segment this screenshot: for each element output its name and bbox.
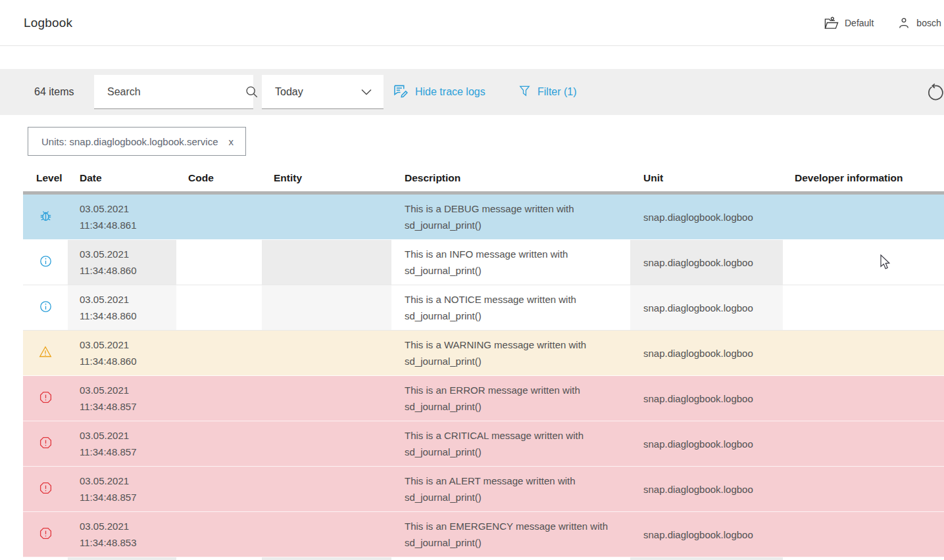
error-octagon-icon: [39, 481, 53, 498]
cell-unit: snap.diaglogbook.logboo: [630, 467, 783, 511]
cell-entity: [262, 285, 391, 330]
search-box: [94, 75, 253, 109]
time-range-value: Today: [275, 86, 303, 98]
error-octagon-icon: [39, 526, 53, 543]
cell-date: 03.05.2021 11:34:48.861: [68, 195, 176, 239]
header-actions: Default bosch: [824, 0, 941, 45]
cell-date: 03.05.2021 11:34:48.860: [68, 331, 176, 375]
table-header-row: Level Date Code Entity Description Unit …: [23, 164, 944, 191]
cell-entity: [262, 376, 391, 421]
cell-date: 03.05.2021 11:34:48.853: [68, 512, 176, 557]
profile-label: Default: [845, 18, 874, 28]
col-header-developer-information[interactable]: Developer information: [783, 172, 944, 184]
cell-code: [176, 376, 262, 421]
cell-developer-information: [783, 240, 944, 285]
table-row-info[interactable]: 03.05.2021 11:34:48.860 This is an INFO …: [23, 240, 944, 285]
col-header-code[interactable]: Code: [176, 172, 262, 184]
table-row-error[interactable]: 03.05.2021 11:34:48.857 This is an ERROR…: [23, 376, 944, 421]
table-row-partial[interactable]: [23, 557, 944, 560]
hide-trace-logs-label: Hide trace logs: [415, 86, 485, 98]
table-row-notice[interactable]: 03.05.2021 11:34:48.860 This is a NOTICE…: [23, 285, 944, 331]
cell-date: 03.05.2021 11:34:48.857: [68, 376, 176, 421]
cell-unit: snap.diaglogbook.logboo: [630, 195, 783, 239]
cell-entity: [262, 512, 391, 557]
debug-bug-icon: [39, 209, 53, 225]
refresh-icon[interactable]: [926, 83, 944, 102]
search-input[interactable]: [106, 85, 245, 99]
table-row-emergency[interactable]: 03.05.2021 11:34:48.853 This is an EMERG…: [23, 512, 944, 557]
active-filter-chip[interactable]: Units: snap.diaglogbook.logbook.service …: [28, 127, 246, 156]
cell-description: This is an INFO message written with sd_…: [391, 240, 630, 285]
remove-filter-icon[interactable]: x: [229, 136, 234, 147]
cell-code: [176, 467, 262, 511]
cell-date: 03.05.2021 11:34:48.860: [68, 285, 176, 330]
trace-logs-icon: [393, 84, 409, 101]
filter-button[interactable]: Filter (1): [518, 69, 577, 115]
cell-description: This is a DEBUG message written with sd_…: [391, 195, 630, 239]
col-header-unit[interactable]: Unit: [630, 172, 783, 184]
cell-unit: snap.diaglogbook.logboo: [630, 512, 783, 557]
cell-description: This is a NOTICE message written with sd…: [391, 285, 630, 330]
cell-unit: snap.diaglogbook.logboo: [630, 331, 783, 375]
cell-entity: [262, 421, 391, 466]
cell-code: [176, 512, 262, 557]
cell-entity: [262, 331, 391, 375]
cell-entity: [262, 240, 391, 285]
filter-funnel-icon: [518, 84, 531, 101]
items-count: 64 items: [34, 69, 74, 115]
toolbar: 64 items Today: [0, 69, 944, 115]
user-label: bosch: [916, 18, 941, 28]
user-icon: [897, 16, 910, 30]
search-icon[interactable]: [245, 85, 259, 99]
cell-description: This is a WARNING message written with s…: [391, 331, 630, 375]
error-octagon-icon: [39, 390, 53, 407]
col-header-description[interactable]: Description: [391, 172, 630, 184]
cell-description: This is a CRITICAL message written with …: [391, 421, 630, 466]
cell-description: This is an ALERT message written with sd…: [391, 467, 630, 511]
cell-code: [176, 195, 262, 239]
table-row-debug[interactable]: 03.05.2021 11:34:48.861 This is a DEBUG …: [23, 195, 944, 240]
cell-developer-information: [783, 195, 944, 239]
cell-date: 03.05.2021 11:34:48.857: [68, 421, 176, 466]
cell-unit: snap.diaglogbook.logboo: [630, 240, 783, 285]
logbook-app: Logbook Default: [0, 0, 944, 560]
cell-code: [176, 331, 262, 375]
cell-entity: [262, 467, 391, 511]
col-header-date[interactable]: Date: [68, 172, 176, 184]
cell-code: [176, 421, 262, 466]
cell-unit: snap.diaglogbook.logboo: [630, 421, 783, 466]
cell-developer-information: [783, 376, 944, 421]
filter-chip-label: Units: snap.diaglogbook.logbook.service: [41, 136, 218, 147]
cell-code: [176, 285, 262, 330]
cell-date: 03.05.2021 11:34:48.860: [68, 240, 176, 285]
cell-unit: snap.diaglogbook.logboo: [630, 285, 783, 330]
hide-trace-logs-button[interactable]: Hide trace logs: [393, 69, 485, 115]
info-icon: [39, 300, 53, 316]
folder-gear-icon: [824, 16, 839, 30]
log-table: Level Date Code Entity Description Unit …: [23, 164, 944, 560]
page-title: Logbook: [24, 16, 72, 30]
cell-developer-information: [783, 467, 944, 511]
table-row-warning[interactable]: 03.05.2021 11:34:48.860 This is a WARNIN…: [23, 331, 944, 376]
cell-developer-information: [783, 285, 944, 330]
cell-developer-information: [783, 512, 944, 557]
chevron-down-icon: [361, 89, 372, 95]
col-header-entity[interactable]: Entity: [262, 172, 391, 184]
user-menu[interactable]: bosch: [897, 16, 941, 30]
filter-label: Filter (1): [537, 86, 577, 98]
time-range-select[interactable]: Today: [262, 75, 384, 109]
cell-code: [176, 240, 262, 285]
cell-description: This is an ERROR message written with sd…: [391, 376, 630, 421]
col-header-level[interactable]: Level: [23, 172, 68, 184]
profile-selector[interactable]: Default: [824, 16, 874, 30]
cell-developer-information: [783, 421, 944, 466]
warning-triangle-icon: [38, 345, 53, 362]
cell-developer-information: [783, 331, 944, 375]
cell-description: This is an EMERGENCY message written wit…: [391, 512, 630, 557]
table-row-alert[interactable]: 03.05.2021 11:34:48.857 This is an ALERT…: [23, 467, 944, 512]
cell-unit: snap.diaglogbook.logboo: [630, 376, 783, 421]
cell-date: 03.05.2021 11:34:48.857: [68, 467, 176, 511]
table-row-critical[interactable]: 03.05.2021 11:34:48.857 This is a CRITIC…: [23, 421, 944, 467]
app-header: Logbook Default: [0, 0, 944, 46]
error-octagon-icon: [39, 436, 53, 452]
